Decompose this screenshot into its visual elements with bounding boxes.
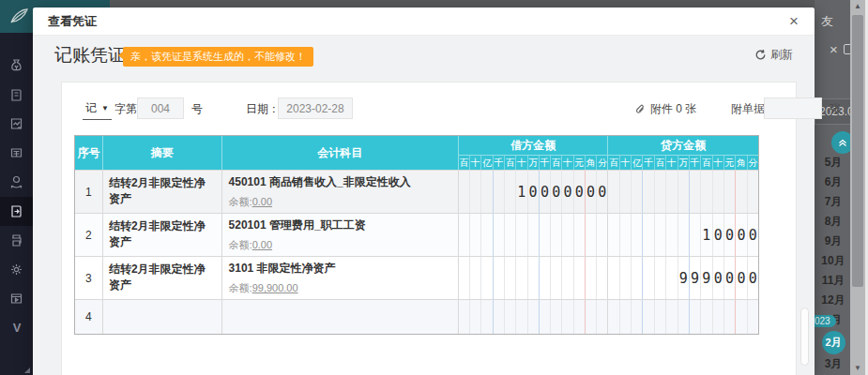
header-summary: 摘要 (103, 136, 222, 170)
sidebar-item-settings[interactable] (0, 255, 33, 284)
digit-label: 角 (736, 156, 747, 170)
window-scrollbar[interactable]: ▲ ▼ (850, 0, 865, 375)
digit-cell: 0 (724, 214, 736, 256)
digit-cell (620, 214, 632, 256)
month-item[interactable]: 12月 (821, 292, 845, 310)
month-item[interactable]: 7月 (821, 192, 845, 211)
month-item[interactable]: 8月 (821, 212, 845, 231)
digit-cell (551, 257, 562, 299)
digit-cell (494, 171, 505, 213)
digit-cell: 1 (701, 214, 712, 256)
month-item[interactable]: 5月 (821, 153, 845, 172)
sidebar-item-money-bag[interactable] (0, 52, 33, 81)
row-seq: 1 (75, 171, 103, 213)
digit-cell (574, 300, 586, 334)
header-seq: 序号 (75, 136, 103, 170)
digit-cell (516, 257, 527, 299)
scrollbar-down-icon[interactable]: ▼ (850, 362, 865, 375)
digit-cell (608, 214, 619, 256)
sidebar-item-video[interactable] (0, 284, 33, 313)
digit-cell: 9 (701, 257, 712, 299)
digit-label: 元 (724, 156, 736, 170)
sidebar-collapse-icon[interactable] (24, 368, 30, 373)
digit-cell (459, 257, 470, 299)
digit-cell (643, 257, 654, 299)
digit-cell (748, 171, 758, 213)
row-debit-amount (459, 300, 609, 334)
month-item[interactable]: 2月 (822, 331, 845, 354)
digit-cell (608, 257, 619, 299)
digit-cell (666, 257, 678, 299)
table-row: 2 结转2月非限定性净资产 520101 管理费用_职工工资 余额:0.00 1… (75, 213, 758, 256)
voucher-word-dropdown[interactable]: 记 ▼ (83, 98, 112, 120)
digit-cell (736, 300, 747, 334)
month-item[interactable]: 9月 (821, 232, 845, 250)
digit-cell (470, 257, 481, 299)
digit-cell (562, 214, 573, 256)
digit-cell (666, 300, 678, 334)
digit-label: 万 (678, 156, 690, 170)
voucher-table: 序号 摘要 会计科目 借方金额 百十亿千百十万千百十元角分 贷方金额 百十亿千百… (74, 135, 759, 335)
voucher-number-input[interactable] (137, 98, 184, 119)
sidebar-item-fund[interactable] (0, 168, 33, 197)
receipt-count-input[interactable] (764, 98, 822, 119)
sidebar-item-carryover[interactable] (0, 197, 33, 226)
digit-cell (528, 214, 540, 256)
month-item[interactable]: 10月 (821, 251, 845, 270)
scrollbar-thumb[interactable] (852, 15, 863, 287)
digit-cell (574, 214, 586, 256)
refresh-button[interactable]: 刷新 (754, 47, 793, 63)
digit-cell (470, 300, 481, 334)
attachment-group[interactable]: 附件 0 张 (634, 98, 696, 120)
digit-cell (481, 214, 493, 256)
row-summary: 结转2月非限定性净资产 (103, 257, 222, 299)
feather-logo-icon (8, 6, 30, 28)
row-summary (103, 300, 222, 334)
balance-text: 余额:0.00 (229, 195, 451, 209)
sidebar-item-ledger[interactable] (0, 81, 33, 110)
printer-icon (8, 232, 24, 248)
date-input[interactable] (278, 98, 353, 119)
digit-label: 千 (540, 156, 551, 170)
digit-cell (586, 257, 597, 299)
digit-cell (608, 171, 619, 213)
modal-scrollbar-thumb[interactable] (800, 308, 809, 366)
row-account (222, 300, 459, 334)
digit-cell (620, 257, 632, 299)
sidebar-item-report[interactable] (0, 110, 33, 139)
digit-label: 十 (470, 156, 481, 170)
table-row: 3 结转2月非限定性净资产 3101 非限定性净资产 余额:99,900.00 … (75, 256, 758, 299)
scrollbar-up-icon[interactable]: ▲ (850, 0, 865, 13)
digit-cell (540, 257, 551, 299)
digit-cell (620, 300, 632, 334)
digit-cell (690, 300, 701, 334)
background-close-icon[interactable]: × (830, 41, 838, 57)
month-item[interactable]: 6月 (821, 172, 845, 191)
digit-cell (574, 257, 586, 299)
digit-cell (551, 214, 562, 256)
sidebar-item-print[interactable] (0, 226, 33, 255)
month-item[interactable]: 11月 (821, 272, 845, 291)
digit-cell: 0 (540, 171, 551, 213)
digit-cell: 1 (516, 171, 527, 213)
digit-cell (505, 171, 516, 213)
digit-label: 百 (505, 156, 516, 170)
sidebar-item-invoice[interactable] (0, 139, 33, 168)
sidebar-item-v[interactable]: V (0, 313, 33, 342)
paperclip-icon (634, 103, 646, 115)
digit-cell: 0 (574, 171, 586, 213)
voucher-card: 记 ▼ 字第 号 日期： 附件 0 张 附单据 张 序号 (61, 82, 797, 375)
digit-cell: 9 (678, 257, 690, 299)
digit-cell (655, 257, 666, 299)
video-icon (8, 291, 24, 307)
digit-cell (632, 300, 643, 334)
digit-label: 十 (562, 156, 573, 170)
receipt-suffix-label: 张 (830, 98, 841, 120)
attachment-label: 附件 0 张 (650, 101, 696, 117)
credit-digit-labels: 百十亿千百十万千百十元角分 (608, 155, 758, 170)
number-prefix-label: 字第 (114, 98, 137, 120)
digit-cell (632, 257, 643, 299)
month-item[interactable]: 3月 (821, 355, 845, 374)
row-credit-amount: 9990000 (608, 257, 758, 299)
close-icon[interactable]: × (783, 8, 805, 36)
